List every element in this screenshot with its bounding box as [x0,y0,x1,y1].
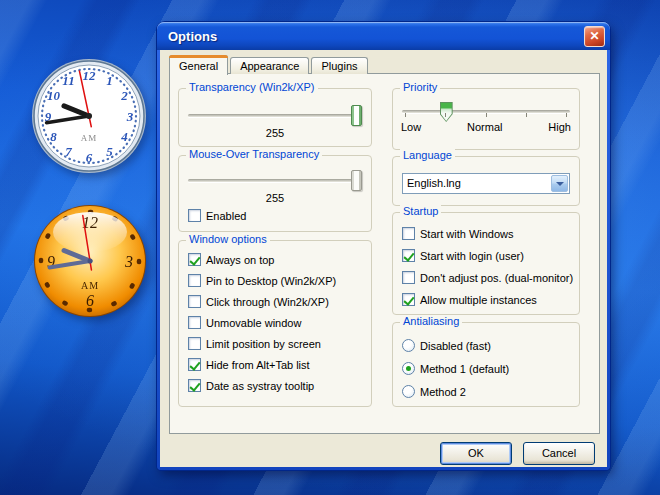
group-mouse-over-transparency: Mouse-Over Transparency 255 Enabled [178,155,372,232]
clock-center-cap [88,259,93,264]
clock-widget-silver[interactable]: 12 1 2 3 4 5 6 7 8 9 10 11 AM [23,57,155,177]
clock-center-cap [86,113,92,119]
tick-mark [526,113,527,117]
tab-label: Plugins [321,60,357,72]
checkbox-label: Pin to Desktop (Win2k/XP) [206,275,336,287]
checkbox-label: Allow multiple instances [420,294,537,306]
tick-mark [566,113,567,117]
group-transparency: Transparency (Win2k/XP) 255 [178,88,372,147]
checkbox-label: Start with login (user) [420,250,524,262]
tab-general[interactable]: General [169,55,228,75]
priority-slider-thumb-face [441,103,452,121]
antialiasing-list: Disabled (fast) Method 1 (default) Metho… [402,339,575,398]
window-options-list: Always on top Pin to Desktop (Win2k/XP) … [188,253,367,392]
checkbox-box [188,253,201,266]
checkbox-label: Enabled [206,210,246,222]
group-caption: Priority [400,81,440,93]
cancel-button[interactable]: Cancel [523,442,595,465]
checkbox-allow-multiple-instances[interactable]: Allow multiple instances [402,293,575,306]
numeral-2: 2 [120,88,128,103]
checkbox-label: Limit position by screen [206,338,321,350]
tab-plugins[interactable]: Plugins [311,57,367,74]
transparency-slider[interactable] [188,105,362,126]
checkbox-label: Date as systray tooltip [206,380,314,392]
checkbox-label: Start with Windows [420,228,514,240]
checkbox-box [188,337,201,350]
checkbox-box [188,295,201,308]
title-bar[interactable]: Options ✕ [157,22,610,50]
group-language: Language English.lng [392,156,580,206]
tab-label: General [179,60,218,72]
numeral-12: 12 [83,68,97,83]
language-dropdown-button[interactable] [551,175,568,192]
group-caption: Startup [400,205,441,217]
priority-label-low: Low [401,121,421,133]
checkbox-box [402,271,415,284]
checkbox-box [188,209,201,222]
analog-clock-face: 12 3 6 9 AM [31,202,149,320]
tab-strip: General Appearance Plugins [169,56,370,74]
mouseover-slider-thumb[interactable] [351,170,362,191]
group-antialiasing: Antialiasing Disabled (fast) Method 1 (d… [392,322,580,407]
priority-label-normal: Normal [467,121,502,133]
am-pm-label: AM [81,133,98,143]
group-caption: Mouse-Over Transparency [186,148,322,160]
numeral-1: 1 [106,73,113,88]
options-dialog: Options ✕ General Appearance Plugins Tra… [157,22,610,470]
checkbox-start-with-login[interactable]: Start with login (user) [402,249,575,262]
checkbox-start-with-windows[interactable]: Start with Windows [402,227,575,240]
radio-method-1[interactable]: Method 1 (default) [402,362,575,375]
checkbox-box [188,316,201,329]
mouseover-value: 255 [179,192,371,204]
tick-mark [405,113,406,117]
checkbox-hide-alt-tab[interactable]: Hide from Alt+Tab list [188,358,367,371]
checkbox-unmovable-window[interactable]: Unmovable window [188,316,367,329]
checkbox-click-through[interactable]: Click through (Win2k/XP) [188,295,367,308]
tab-label: Appearance [240,60,299,72]
tab-appearance[interactable]: Appearance [230,57,309,74]
numeral-3: 3 [124,253,133,270]
language-select[interactable]: English.lng [402,173,570,194]
tick-mark [445,113,446,117]
checkbox-box [188,379,201,392]
transparency-slider-thumb[interactable] [351,105,362,126]
checkbox-label: Unmovable window [206,317,301,329]
ok-button[interactable]: OK [440,442,512,465]
checkbox-box [188,274,201,287]
slider-track [188,179,362,182]
checkbox-dont-adjust-pos[interactable]: Don't adjust pos. (dual-monitor) [402,271,575,284]
numeral-4: 4 [120,129,128,144]
radio-circle [402,385,415,398]
numeral-11: 11 [62,73,74,88]
checkbox-box [402,293,415,306]
close-button[interactable]: ✕ [584,26,605,47]
dialog-body: General Appearance Plugins Transparency … [160,50,607,467]
priority-labels: Low Normal High [401,121,571,133]
radio-label: Method 1 (default) [420,363,509,375]
group-caption: Antialiasing [400,315,462,327]
radio-disabled-fast[interactable]: Disabled (fast) [402,339,575,352]
tick-mark [486,113,487,117]
numeral-10: 10 [47,88,61,103]
numeral-8: 8 [50,129,57,144]
checkbox-box [402,227,415,240]
radio-method-2[interactable]: Method 2 [402,385,575,398]
checkbox-always-on-top[interactable]: Always on top [188,253,367,266]
clock-widget-orange[interactable]: 12 3 6 9 AM [31,202,149,320]
checkbox-label: Hide from Alt+Tab list [206,359,310,371]
priority-slider[interactable] [402,101,570,123]
checkbox-mouseover-enabled[interactable]: Enabled [188,209,246,222]
general-tab-page: Transparency (Win2k/XP) 255 Mouse-Over T… [169,73,600,434]
priority-label-high: High [548,121,571,133]
priority-slider-thumb[interactable] [440,102,453,122]
checkbox-date-systray-tooltip[interactable]: Date as systray tooltip [188,379,367,392]
radio-circle [402,362,415,375]
analog-clock-face: 12 1 2 3 4 5 6 7 8 9 10 11 AM [23,57,155,177]
numeral-6: 6 [86,150,93,165]
checkbox-box [188,358,201,371]
checkbox-pin-to-desktop[interactable]: Pin to Desktop (Win2k/XP) [188,274,367,287]
language-selected-value: English.lng [403,174,550,193]
chevron-down-icon [556,182,564,186]
mouseover-slider[interactable] [188,170,362,191]
checkbox-limit-position[interactable]: Limit position by screen [188,337,367,350]
